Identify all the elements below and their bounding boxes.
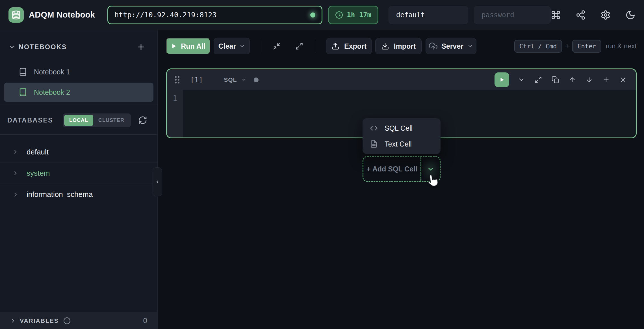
clock-icon bbox=[335, 11, 343, 19]
menu-item-sql-cell[interactable]: SQL Cell bbox=[363, 120, 441, 136]
main-content: Run All Clear bbox=[158, 30, 644, 329]
server-url-field bbox=[107, 6, 322, 24]
variables-footer[interactable]: VARIABLES 0 bbox=[0, 312, 157, 329]
add-sql-cell-label[interactable]: + Add SQL Cell bbox=[363, 157, 420, 181]
sidebar-item-notebook-2[interactable]: Notebook 2 bbox=[4, 83, 153, 102]
export-label: Export bbox=[344, 42, 367, 50]
notebook-label: Notebook 1 bbox=[34, 68, 70, 76]
server-url-input[interactable] bbox=[114, 11, 310, 19]
database-item-information-schema[interactable]: information_schema bbox=[0, 184, 157, 205]
divider bbox=[0, 134, 157, 135]
notebooks-section-header[interactable]: NOTEBOOKS bbox=[0, 38, 157, 56]
chevron-right-icon bbox=[12, 170, 19, 176]
expand-icon bbox=[295, 42, 303, 50]
database-label: information_schema bbox=[27, 190, 93, 199]
import-label: Import bbox=[394, 42, 416, 50]
notebooks-section-title: NOTEBOOKS bbox=[19, 43, 67, 51]
database-item-default[interactable]: default bbox=[0, 141, 157, 163]
run-all-button[interactable]: Run All bbox=[166, 38, 210, 54]
cell-expand-button[interactable] bbox=[534, 75, 543, 85]
cell-more-run-options-button[interactable] bbox=[517, 75, 526, 85]
notebook-label: Notebook 2 bbox=[34, 88, 70, 96]
refresh-databases-button[interactable] bbox=[138, 116, 147, 125]
chevron-down-icon bbox=[8, 44, 15, 50]
chevron-down-icon bbox=[467, 43, 473, 49]
download-icon bbox=[381, 42, 389, 50]
arrow-up-icon bbox=[569, 76, 576, 83]
kbd-plus-sign: + bbox=[565, 42, 569, 50]
sidebar: NOTEBOOKS Notebook 1 Notebook 2 bbox=[0, 30, 158, 329]
import-button[interactable]: Import bbox=[375, 38, 422, 54]
chevron-down-icon bbox=[239, 43, 245, 49]
topbar-actions bbox=[551, 10, 636, 20]
variables-title: VARIABLES bbox=[20, 317, 59, 324]
chevron-down-icon bbox=[518, 76, 525, 83]
notebook-list: Notebook 1 Notebook 2 bbox=[0, 62, 157, 102]
cell-status-dot bbox=[254, 78, 259, 82]
database-tree: default system information_schema bbox=[0, 141, 157, 205]
settings-button[interactable] bbox=[600, 10, 611, 20]
expand-all-cells-button[interactable] bbox=[293, 40, 305, 52]
cell-delete-button[interactable] bbox=[618, 75, 628, 85]
clear-label: Clear bbox=[218, 42, 236, 50]
sidebar-item-notebook-1[interactable]: Notebook 1 bbox=[4, 62, 153, 81]
line-number-gutter: 1 bbox=[167, 90, 183, 137]
share-button[interactable] bbox=[576, 10, 586, 20]
add-notebook-button[interactable] bbox=[136, 42, 146, 51]
menu-item-label: Text Cell bbox=[385, 140, 412, 148]
add-sql-cell-button: + Add SQL Cell bbox=[363, 156, 441, 182]
drag-handle-icon[interactable] bbox=[175, 76, 179, 83]
chevron-right-icon bbox=[10, 318, 16, 324]
session-timer-value: 1h 17m bbox=[347, 11, 371, 19]
copy-icon bbox=[552, 76, 559, 83]
username-field[interactable] bbox=[389, 6, 468, 24]
database-item-system[interactable]: system bbox=[0, 163, 157, 184]
cell-move-down-button[interactable] bbox=[584, 75, 594, 85]
gear-icon bbox=[600, 10, 611, 20]
app-title: ADQM Notebook bbox=[29, 10, 95, 20]
scope-toggle-cluster[interactable]: CLUSTER bbox=[93, 115, 129, 126]
clear-dropdown-button[interactable]: Clear bbox=[214, 38, 250, 54]
topbar: ADQM Notebook 1h 17m bbox=[0, 0, 644, 30]
cloud-upload-icon bbox=[429, 42, 437, 50]
book-icon bbox=[19, 88, 27, 96]
app-window: ADQM Notebook 1h 17m bbox=[0, 0, 644, 329]
play-icon bbox=[499, 77, 504, 82]
scope-toggle-local[interactable]: LOCAL bbox=[64, 115, 93, 126]
line-number: 1 bbox=[167, 94, 183, 103]
cell-actions bbox=[495, 72, 628, 87]
password-field[interactable] bbox=[474, 6, 551, 24]
code-icon bbox=[370, 124, 378, 132]
add-cell-type-caret[interactable] bbox=[420, 157, 440, 181]
session-timer-badge[interactable]: 1h 17m bbox=[328, 6, 378, 24]
chevron-right-icon bbox=[12, 149, 19, 155]
scope-toggle: LOCAL CLUSTER bbox=[63, 113, 131, 127]
divider bbox=[316, 40, 316, 53]
expand-icon bbox=[535, 76, 542, 83]
arrow-down-icon bbox=[586, 76, 593, 83]
cell-add-below-button[interactable] bbox=[601, 75, 611, 85]
run-cell-button[interactable] bbox=[495, 72, 509, 87]
database-label: system bbox=[27, 169, 50, 178]
cell-move-up-button[interactable] bbox=[567, 75, 577, 85]
menu-item-label: SQL Cell bbox=[385, 124, 413, 132]
export-button[interactable]: Export bbox=[326, 38, 372, 54]
connection-status-dot bbox=[310, 12, 315, 18]
chevron-down-icon bbox=[427, 165, 434, 173]
database-icon bbox=[11, 10, 21, 20]
menu-item-text-cell[interactable]: Text Cell bbox=[363, 136, 441, 152]
plus-icon bbox=[136, 42, 146, 51]
notebook-toolbar: Run All Clear bbox=[166, 38, 637, 54]
chevron-down-icon[interactable] bbox=[241, 77, 246, 82]
server-dropdown-button[interactable]: Server bbox=[426, 38, 476, 54]
theme-toggle-button[interactable] bbox=[625, 10, 636, 20]
kbd-enter: Enter bbox=[572, 40, 601, 53]
sidebar-collapse-handle[interactable] bbox=[153, 167, 162, 196]
cell-duplicate-button[interactable] bbox=[550, 75, 560, 85]
command-icon bbox=[551, 10, 561, 20]
cell-language-selector[interactable]: SQL bbox=[224, 76, 237, 83]
variables-count-badge: 0 bbox=[143, 316, 147, 325]
collapse-all-cells-button[interactable] bbox=[270, 40, 283, 52]
cell-execution-index: [1] bbox=[190, 76, 203, 84]
command-shortcuts-button[interactable] bbox=[551, 10, 561, 20]
